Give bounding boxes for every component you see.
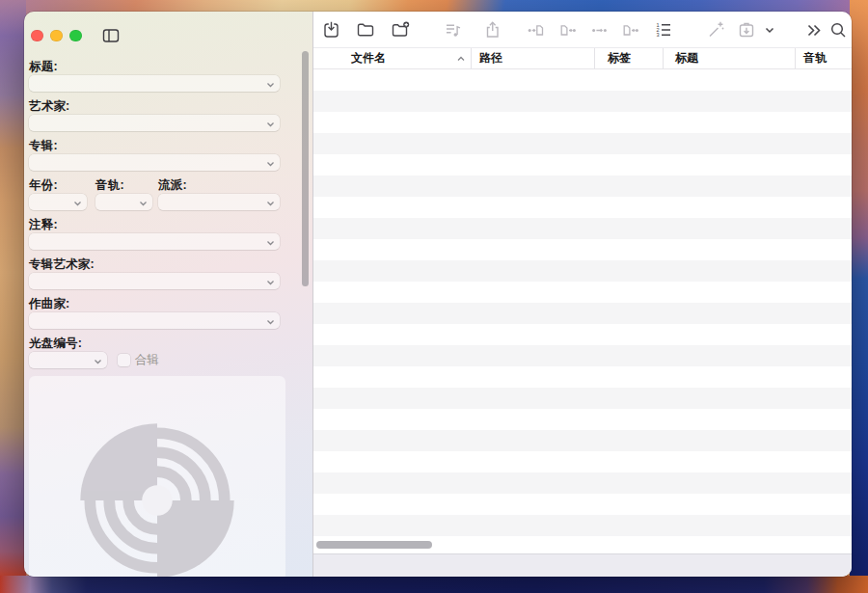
- titlebar: [24, 12, 312, 52]
- table-row[interactable]: [313, 494, 852, 515]
- comment-label: 注释:: [29, 218, 280, 231]
- archive-box-icon: [737, 20, 756, 40]
- column-header-filename[interactable]: 文件名: [313, 48, 472, 68]
- convert-filename-to-filename-button[interactable]: [620, 19, 641, 40]
- column-header-title[interactable]: 标题: [664, 48, 796, 68]
- wallpaper-bottom-edge: [0, 576, 868, 593]
- auto-fix-button[interactable]: [705, 19, 726, 40]
- table-row[interactable]: [313, 303, 852, 324]
- table-row[interactable]: [313, 133, 852, 154]
- table-row[interactable]: [313, 91, 852, 112]
- share-button[interactable]: [482, 19, 503, 40]
- save-tags-button[interactable]: [321, 19, 342, 40]
- table-row[interactable]: [313, 515, 852, 536]
- column-header-track[interactable]: 音轨: [796, 48, 852, 68]
- app-window: 标题: 艺术家: 专辑:: [24, 12, 852, 577]
- album-artwork-well[interactable]: [29, 376, 285, 577]
- dropdown-chevron-icon: [763, 23, 776, 37]
- close-button[interactable]: [31, 30, 43, 42]
- convert-tag-to-tag-icon: [590, 20, 610, 40]
- table-row[interactable]: [313, 69, 852, 91]
- album-artist-combobox[interactable]: [29, 273, 280, 289]
- composer-combobox[interactable]: [29, 312, 280, 329]
- table-row[interactable]: [313, 451, 852, 472]
- overflow-button[interactable]: [803, 19, 825, 40]
- table-row[interactable]: [313, 218, 852, 239]
- playlist-button[interactable]: [443, 19, 464, 40]
- auto-fix-wand-icon: [706, 20, 725, 40]
- table-row[interactable]: [313, 239, 852, 260]
- convert-filename-to-tag-button[interactable]: [557, 19, 579, 40]
- archive-dropdown-button[interactable]: [759, 19, 780, 40]
- composer-label: 作曲家:: [29, 297, 280, 310]
- artist-combobox[interactable]: [29, 115, 280, 131]
- table-row[interactable]: [313, 409, 852, 430]
- album-artist-label: 专辑艺术家:: [29, 257, 280, 271]
- column-header-path[interactable]: 路径: [472, 48, 595, 68]
- status-bar: [313, 553, 852, 577]
- horizontal-scrollbar-thumb[interactable]: [316, 541, 432, 549]
- save-tags-icon: [322, 20, 341, 40]
- chevron-down-icon: [266, 318, 275, 326]
- table-row[interactable]: [313, 366, 852, 388]
- new-folder-button[interactable]: [390, 19, 411, 40]
- table-row[interactable]: [313, 260, 852, 282]
- table-row[interactable]: [313, 430, 852, 451]
- compilation-checkbox[interactable]: [118, 354, 130, 366]
- convert-tag-to-filename-button[interactable]: [526, 19, 547, 40]
- toolbar: 123: [313, 12, 852, 48]
- sidebar-vertical-scrollbar[interactable]: [302, 51, 309, 286]
- table-header: 文件名 路径 标签 标题 音轨: [313, 48, 852, 69]
- table-row[interactable]: [313, 324, 852, 345]
- genre-combobox[interactable]: [158, 194, 280, 210]
- table-row[interactable]: [313, 282, 852, 303]
- table-row[interactable]: [313, 197, 852, 218]
- numbered-list-icon: 123: [654, 20, 673, 40]
- convert-tag-to-tag-button[interactable]: [589, 19, 610, 40]
- comment-combobox[interactable]: [29, 233, 280, 250]
- table-row[interactable]: [313, 388, 852, 409]
- zoom-button[interactable]: [69, 30, 82, 42]
- column-header-tag[interactable]: 标签: [595, 48, 664, 68]
- toggle-sidebar-button[interactable]: [101, 26, 121, 45]
- title-label: 标题:: [29, 60, 280, 73]
- album-label: 专辑:: [29, 139, 280, 152]
- numbered-list-button[interactable]: 123: [653, 19, 674, 40]
- table-row[interactable]: [313, 345, 852, 366]
- table-row[interactable]: [313, 154, 852, 175]
- open-folder-button[interactable]: [355, 19, 376, 40]
- cd-placeholder-icon: [77, 420, 237, 577]
- table-row[interactable]: [313, 175, 852, 197]
- chevron-down-icon: [266, 81, 275, 89]
- album-combobox[interactable]: [29, 154, 280, 171]
- archive-box-button[interactable]: [736, 19, 757, 40]
- table-row[interactable]: [313, 472, 852, 494]
- tag-panel-sidebar: 标题: 艺术家: 专辑:: [24, 12, 313, 577]
- compilation-label: 合辑: [135, 352, 159, 368]
- column-label: 音轨: [803, 50, 827, 67]
- column-label: 标题: [675, 50, 698, 67]
- svg-text:3: 3: [657, 32, 660, 38]
- overflow-chevrons-icon: [804, 20, 824, 40]
- playlist-icon: [444, 20, 463, 40]
- chevron-down-icon: [266, 200, 275, 207]
- disc-number-combobox[interactable]: [29, 352, 107, 368]
- horizontal-scrollbar-track[interactable]: [313, 536, 852, 553]
- search-button[interactable]: [827, 19, 849, 40]
- table-row[interactable]: [313, 112, 852, 133]
- convert-filename-to-tag-icon: [558, 20, 578, 40]
- convert-tag-to-filename-icon: [527, 20, 546, 40]
- chevron-down-icon: [139, 200, 148, 207]
- chevron-down-icon: [266, 121, 275, 128]
- minimize-button[interactable]: [50, 30, 63, 42]
- column-label: 标签: [608, 50, 631, 67]
- table-body[interactable]: [313, 69, 852, 536]
- tag-form: 标题: 艺术家: 专辑:: [24, 52, 312, 368]
- track-combobox[interactable]: [95, 194, 152, 210]
- title-combobox[interactable]: [29, 75, 280, 92]
- wallpaper-right-edge: [850, 0, 868, 593]
- year-combobox[interactable]: [29, 194, 87, 210]
- open-folder-icon: [356, 20, 375, 40]
- share-icon: [483, 20, 502, 40]
- chevron-down-icon: [266, 239, 275, 247]
